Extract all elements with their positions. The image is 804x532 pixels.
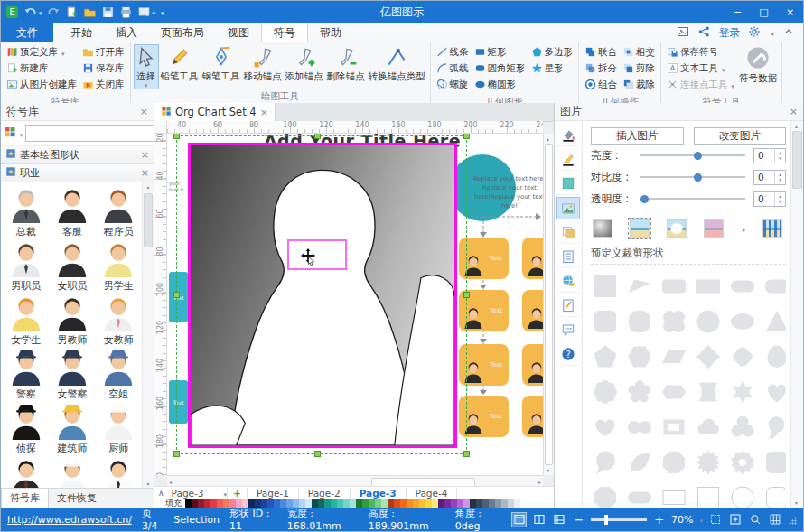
crop-shape-frame[interactable] [659,413,688,442]
symbol-客服[interactable]: 客服 [49,185,95,239]
fill-swatch[interactable] [192,499,198,508]
org-chart-node[interactable]: Text [522,396,543,437]
symbol-item-15[interactable] [3,456,49,488]
spinner-arrows[interactable]: ▴▾ [774,171,785,184]
change-picture-button[interactable]: 改变图片 [694,127,787,145]
slider-track[interactable] [640,198,745,200]
crop-shape-rounded-rect[interactable] [659,272,688,301]
library-scrollbar[interactable] [142,182,154,488]
crop-shape-heart-wide[interactable] [591,413,620,442]
ribbon-button-关闭库[interactable]: 关闭库 [79,77,127,93]
page-tab-Page-3[interactable]: Page-3 [351,488,407,499]
ribbon-button-相交[interactable]: 相交 [620,44,658,61]
symbol-程序员[interactable]: 程序员 [96,185,142,239]
library-section-职业[interactable]: 职业 [1,164,154,182]
symbol-item-17[interactable] [96,456,142,488]
crop-shape-rect-outline[interactable] [659,483,688,508]
selection-handle[interactable] [173,292,180,298]
symbol-女学生[interactable]: 女学生 [3,294,49,348]
layers-tab[interactable] [556,221,580,244]
chevron-down-icon[interactable] [18,127,23,140]
resize-grip[interactable] [789,516,797,527]
close-icon[interactable] [140,106,148,117]
symbol-厨师[interactable]: 厨师 [96,402,142,456]
crop-shape-star-6[interactable] [728,378,757,406]
crop-shape-comma[interactable] [762,413,786,442]
chevron-down-icon[interactable] [697,514,703,526]
zoom-region-button[interactable] [747,512,762,527]
library-picker-icon[interactable] [4,126,16,141]
menu-tab-开始[interactable]: 开始 [59,23,104,42]
ribbon-button-剪除[interactable]: 剪除 [620,61,658,77]
symbol-建筑师[interactable]: 建筑师 [49,402,95,456]
ribbon-button-拆分[interactable]: 拆分 [582,61,620,77]
beach-pink-effect[interactable] [704,219,724,238]
settings-gear-icon[interactable] [748,25,761,41]
edrawsoft-link[interactable]: http://www.edrawsoft.cn/ [7,514,132,526]
ribbon-button-椭圆形[interactable]: 椭圆形 [472,77,528,93]
save-button[interactable] [101,5,115,19]
attachment-tab[interactable] [556,294,580,317]
crop-shape-leaf[interactable] [625,448,654,477]
crop-shape-octagon[interactable] [591,483,620,508]
symbol-男职员[interactable]: 男职员 [3,239,49,294]
page-tab-Page-1[interactable]: Page-1 [248,488,299,499]
show-grid-button[interactable] [767,512,782,527]
scroll-up-icon[interactable] [795,123,798,129]
fill-swatch[interactable] [508,499,514,508]
ribbon-button-组合[interactable]: 组合 [582,77,620,93]
crop-shape-hexagon-wide[interactable] [659,378,688,406]
view-normal-icon[interactable] [511,512,527,527]
crop-shape-triangle-up[interactable] [762,307,786,336]
crop-shape-rounded-square-outline[interactable] [762,483,786,508]
collapse-pages-icon[interactable]: ∧ [154,489,168,498]
org-chart-node[interactable]: Text [522,290,543,331]
ribbon-button-新建库[interactable]: 新建库 [4,61,79,77]
chevron-down-icon[interactable] [152,5,156,18]
scroll-right-icon[interactable] [538,479,541,485]
preview-button[interactable] [137,5,156,19]
collapse-ribbon-icon[interactable] [782,25,795,41]
crop-shape-pinched-rect[interactable] [694,378,723,406]
ribbon-button-保存符号[interactable]: 保存符号 [664,44,737,61]
scroll-down-icon[interactable] [795,499,798,506]
crop-shape-triangle[interactable] [625,272,654,301]
add-page-button[interactable]: + [227,488,248,499]
ribbon-button-预定义库[interactable]: 预定义库 [4,44,79,61]
scroll-up-icon[interactable] [547,135,549,142]
selection-handle[interactable] [463,292,470,298]
crop-shape-rounded-rect-2[interactable] [762,272,786,301]
selection-handle[interactable] [314,451,321,457]
chevron-down-icon[interactable] [38,5,42,18]
crop-shape-diamond[interactable] [694,342,723,371]
ribbon-button-多边形[interactable]: 多边形 [528,44,576,61]
login-button[interactable]: 登录 [718,25,740,41]
ribbon-button-符号数据[interactable]: 符号数据 [737,44,779,85]
ribbon-button-添加锚点[interactable]: 添加锚点 [284,44,325,83]
crop-shape-gear[interactable] [728,448,757,477]
open-folder-button[interactable] [83,5,97,19]
library-section-基本绘图形状[interactable]: 基本绘图形状 [1,146,154,164]
fill-swatch[interactable] [198,499,204,508]
crop-shape-rounded-diamond[interactable] [728,342,757,371]
menu-tab-符号[interactable]: 符号 [261,23,308,42]
org-chart-node[interactable]: Text [522,344,543,386]
ribbon-button-钢笔工具[interactable]: 钢笔工具 [201,44,242,83]
crop-shape-flower-5[interactable] [625,378,654,406]
crop-shape-rect[interactable] [694,272,723,301]
selection-handle[interactable] [463,451,470,457]
symbol-男教师[interactable]: 男教师 [49,294,95,348]
fill-swatch[interactable] [204,499,210,508]
ribbon-button-转换锚点类型[interactable]: 转换锚点类型 [367,44,427,83]
menu-tab-帮助[interactable]: 帮助 [308,23,353,42]
drawing-canvas[interactable]: Add Your Title Here Replace your text he… [167,134,543,475]
crop-shape-ellipse[interactable] [728,307,757,336]
color-swatch-tab[interactable] [556,173,580,195]
beach-ellipse-effect[interactable] [667,219,687,238]
edraw-logo-button[interactable]: E [5,5,19,19]
page-tab-Page-4[interactable]: Page-4 [407,488,458,499]
scroll-up-icon[interactable] [143,183,154,190]
ribbon-button-移动锚点[interactable]: 移动锚点 [242,44,284,83]
minimize-button[interactable]: ─ [725,1,751,23]
canvas-vertical-scrollbar[interactable] [543,134,554,475]
